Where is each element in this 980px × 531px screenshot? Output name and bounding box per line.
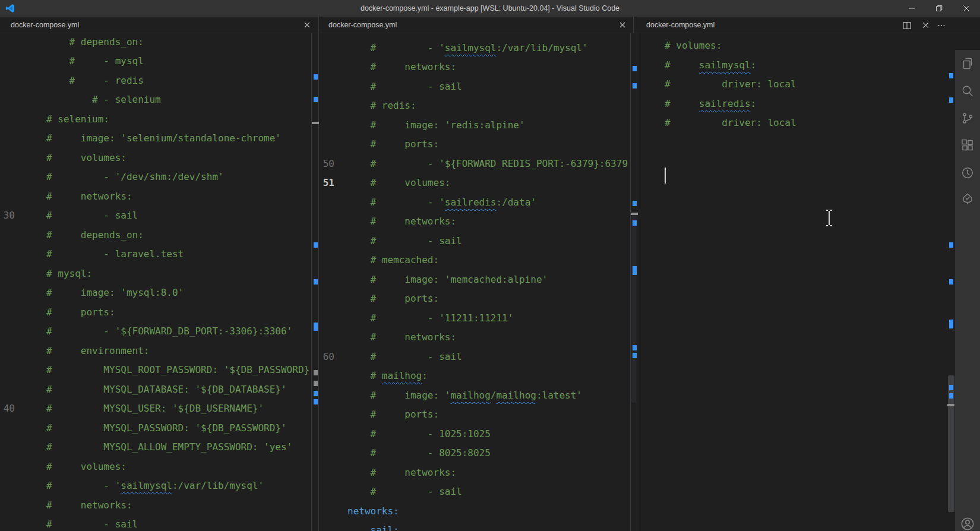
timeline-icon[interactable] xyxy=(955,159,980,186)
code-line[interactable]: # networks: xyxy=(320,58,630,77)
scrollbar-pane3[interactable] xyxy=(947,33,955,531)
code-line[interactable]: # - mysql xyxy=(0,52,311,71)
code-line[interactable]: # selenium: xyxy=(0,110,311,129)
extensions-icon[interactable] xyxy=(955,132,980,159)
code-line[interactable]: # image: 'selenium/standalone-chrome' xyxy=(0,129,311,148)
code-line[interactable]: 50 # - '${FORWARD_REDIS_PORT:-6379}:6379… xyxy=(320,154,630,174)
code-line[interactable]: # - '${FORWARD_DB_PORT:-3306}:3306' xyxy=(0,322,311,342)
code-line[interactable]: # MYSQL_ROOT_PASSWORD: '${DB_PASSWORD}' xyxy=(0,361,311,380)
close-tab-icon[interactable] xyxy=(302,20,312,30)
code-token: # volumes: xyxy=(642,40,722,51)
code-token: # environment: xyxy=(24,345,150,356)
code-line[interactable]: # mailhog: xyxy=(320,366,630,386)
code-line[interactable]: # MYSQL_PASSWORD: '${DB_PASSWORD}' xyxy=(0,419,311,438)
spellcheck-squiggle-token: mailhog xyxy=(382,370,422,381)
code-line[interactable] xyxy=(638,133,947,153)
code-line[interactable]: 51 # volumes: xyxy=(320,173,630,193)
editor-pane-2[interactable]: # - 'sailmysql:/var/lib/mysql' # network… xyxy=(320,33,630,531)
line-number: 60 xyxy=(320,347,334,367)
ruler-info-mark xyxy=(314,370,318,375)
code-line[interactable]: # image: 'redis:alpine' xyxy=(320,116,630,135)
code-line[interactable]: # environment: xyxy=(0,342,311,361)
ruler-info-mark xyxy=(633,201,637,206)
code-line[interactable]: # - sail xyxy=(320,482,630,502)
code-line[interactable]: # memcached: xyxy=(320,251,630,270)
tab-docker-compose-pane2[interactable]: docker-compose.yml xyxy=(319,17,633,33)
code-line[interactable]: # MYSQL_ALLOW_EMPTY_PASSWORD: 'yes' xyxy=(0,438,311,457)
source-control-icon[interactable] xyxy=(955,105,980,131)
spellcheck-squiggle-token: sailmysql xyxy=(445,42,497,53)
code-token: # xyxy=(347,370,382,381)
code-line[interactable]: # ports: xyxy=(320,405,630,425)
code-line[interactable]: # networks: xyxy=(320,463,630,483)
code-line[interactable]: # volumes: xyxy=(638,36,947,56)
code-line[interactable]: # networks: xyxy=(320,328,630,347)
spellcheck-squiggle-token: sailredis xyxy=(699,98,751,109)
ruler-info-mark xyxy=(949,97,953,103)
code-line[interactable]: # ports: xyxy=(320,289,630,309)
line-number: 51 xyxy=(320,173,334,193)
todo-tree-icon[interactable] xyxy=(955,185,980,212)
code-line[interactable]: # - '11211:11211' xyxy=(320,309,630,328)
code-line[interactable]: # - selenium xyxy=(0,90,311,110)
editor-pane-1[interactable]: # depends_on: # - mysql # - redis # - se… xyxy=(0,33,311,531)
close-window-button[interactable] xyxy=(953,0,980,17)
minimize-button[interactable] xyxy=(898,0,925,17)
code-line[interactable]: # - sail xyxy=(0,515,311,531)
explorer-icon[interactable] xyxy=(955,50,980,77)
code-line[interactable]: # depends_on: xyxy=(0,33,311,52)
code-line[interactable]: # sailmysql: xyxy=(638,56,947,75)
editor-pane-3[interactable]: # volumes: # sailmysql: # driver: local … xyxy=(638,33,947,531)
tab-docker-compose-pane1[interactable]: docker-compose.yml xyxy=(0,17,318,33)
code-line[interactable]: # - '/dev/shm:/dev/shm' xyxy=(0,167,311,187)
close-tab-icon[interactable] xyxy=(618,20,627,30)
code-token: # - sail xyxy=(24,210,138,221)
code-line[interactable]: # image: 'memcached:alpine' xyxy=(320,270,630,290)
code-line[interactable]: # MYSQL_DATABASE: '${DB_DATABASE}' xyxy=(0,380,311,400)
more-actions-icon[interactable] xyxy=(936,20,947,30)
code-line[interactable]: # - 'sailmysql:/var/lib/mysql' xyxy=(0,476,311,496)
code-line[interactable]: # depends_on: xyxy=(0,226,311,245)
code-line[interactable]: # - 8025:8025 xyxy=(320,444,630,463)
code-line[interactable]: # volumes: xyxy=(0,457,311,477)
code-line[interactable]: # - sail xyxy=(320,77,630,97)
split-editor-icon[interactable] xyxy=(902,20,912,30)
code-line[interactable]: # - 'sailredis:/data' xyxy=(320,193,630,213)
code-line[interactable]: # - redis xyxy=(0,71,311,91)
code-line[interactable]: # networks: xyxy=(0,496,311,516)
spellcheck-squiggle-token: sailmysql xyxy=(121,480,172,491)
code-line[interactable]: sail: xyxy=(320,521,630,531)
code-token: # - sail xyxy=(347,351,462,362)
code-token: # - mysql xyxy=(24,55,144,67)
code-line[interactable]: # mysql: xyxy=(0,264,311,284)
close-editor-icon[interactable] xyxy=(920,20,931,30)
code-line[interactable]: # - laravel.test xyxy=(0,245,311,264)
ruler-info-mark xyxy=(949,320,953,328)
code-line[interactable]: # image: 'mysql:8.0' xyxy=(0,283,311,303)
code-line[interactable]: 60 # - sail xyxy=(320,347,630,367)
search-icon[interactable] xyxy=(955,77,980,104)
code-line[interactable]: # ports: xyxy=(320,135,630,154)
code-token: # memcached: xyxy=(347,254,439,266)
code-line[interactable]: # networks: xyxy=(320,212,630,232)
code-line[interactable]: # ports: xyxy=(0,303,311,323)
code-line[interactable]: # volumes: xyxy=(0,148,311,168)
scrollbar-slider[interactable] xyxy=(631,214,636,403)
code-line[interactable]: # redis: xyxy=(320,96,630,116)
code-line[interactable]: # - 1025:1025 xyxy=(320,425,630,444)
restore-button[interactable] xyxy=(925,0,953,17)
title-bar: docker-compose.yml - example-app [WSL: U… xyxy=(0,0,980,17)
accounts-icon[interactable] xyxy=(955,510,980,531)
text-caret xyxy=(665,167,666,184)
code-line[interactable]: # networks: xyxy=(0,187,311,207)
code-line[interactable]: # driver: local xyxy=(638,113,947,133)
code-line[interactable]: # image: 'mailhog/mailhog:latest' xyxy=(320,386,630,406)
code-token: # image: 'mysql:8.0' xyxy=(24,287,184,298)
code-line[interactable]: # driver: local xyxy=(638,75,947,94)
code-line[interactable]: 30 # - sail xyxy=(0,206,311,226)
code-line[interactable]: # sailredis: xyxy=(638,94,947,114)
code-line[interactable]: # - sail xyxy=(320,232,630,251)
code-line[interactable]: # - 'sailmysql:/var/lib/mysql' xyxy=(320,39,630,58)
code-line[interactable]: networks: xyxy=(320,502,630,521)
code-line[interactable]: 40 # MYSQL_USER: '${DB_USERNAME}' xyxy=(0,399,311,419)
